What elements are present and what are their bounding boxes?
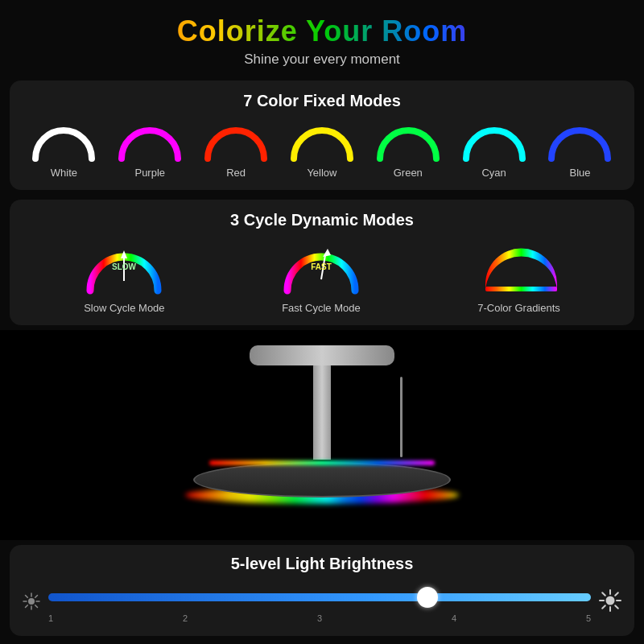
arc-yellow: [289, 122, 355, 162]
arc-green: [375, 122, 441, 162]
tick-labels: 1 2 3 4 5: [48, 613, 591, 623]
lamp-top-glow: [209, 460, 435, 465]
color-item-white[interactable]: White: [31, 122, 97, 179]
svg-text:SLOW: SLOW: [112, 262, 137, 271]
tick-5: 5: [586, 613, 591, 623]
page-wrapper: Colorize Your Room Shine your every mome…: [0, 0, 644, 644]
svg-line-12: [26, 595, 28, 597]
color-label-purple: Purple: [134, 167, 165, 179]
svg-line-13: [35, 605, 38, 607]
color-label-cyan: Cyan: [481, 167, 506, 179]
lamp-pole: [313, 363, 331, 460]
brightness-title: 5-level Light Brightness: [23, 555, 621, 573]
tick-4: 4: [452, 613, 456, 623]
tick-1: 1: [48, 613, 53, 623]
svg-rect-6: [485, 287, 557, 291]
lamp-section: [0, 330, 644, 540]
slider-wrapper: 1 2 3 4 5: [48, 583, 591, 623]
dynamic-label-slow: Slow Cycle Mode: [84, 302, 164, 314]
header: Colorize Your Room Shine your every mome…: [0, 0, 644, 76]
slider-thumb[interactable]: [417, 587, 438, 608]
arc-white: [31, 122, 97, 162]
dynamic-label-gradient: 7-Color Gradients: [477, 302, 560, 314]
color-item-blue[interactable]: Blue: [547, 122, 613, 179]
dynamic-modes-title: 3 Cycle Dynamic Modes: [18, 211, 626, 229]
svg-line-23: [602, 605, 605, 609]
brightness-section: 5-level Light Brightness: [10, 545, 634, 636]
svg-line-21: [602, 592, 605, 596]
svg-line-24: [615, 592, 618, 596]
slider-row: 1 2 3 4 5: [23, 583, 621, 623]
color-label-yellow: Yellow: [307, 167, 336, 179]
lamp-base-wrapper: [193, 459, 451, 504]
sun-icon-small: [23, 592, 40, 614]
svg-text:FAST: FAST: [311, 262, 332, 271]
arc-purple: [117, 122, 183, 162]
slider-track: [48, 593, 591, 601]
color-label-blue: Blue: [569, 167, 590, 179]
tick-2: 2: [183, 613, 188, 623]
color-label-white: White: [51, 167, 77, 179]
fast-cycle-visual: FAST: [281, 241, 361, 297]
svg-line-15: [35, 595, 38, 597]
page-subtitle: Shine your every moment: [8, 52, 636, 68]
dynamic-item-fast[interactable]: FAST Fast Cycle Mode: [281, 241, 361, 314]
color-label-green: Green: [394, 167, 423, 179]
color-modes-title: 7 Color Fixed Modes: [18, 92, 626, 110]
slider-container[interactable]: [48, 583, 591, 612]
dynamic-modes-card: 3 Cycle Dynamic Modes: [10, 200, 634, 325]
page-title: Colorize Your Room: [8, 14, 636, 48]
lamp-base: [193, 462, 451, 497]
lamp-cable: [400, 377, 402, 457]
slow-cycle-visual: SLOW: [84, 241, 164, 297]
svg-point-16: [606, 596, 615, 605]
dynamic-label-fast: Fast Cycle Mode: [282, 302, 361, 314]
color-modes-row: White Purple Red: [18, 122, 626, 179]
arc-blue: [547, 122, 613, 162]
svg-line-14: [26, 605, 28, 607]
dynamic-modes-row: SLOW Slow Cycle Mode: [18, 241, 626, 314]
dynamic-item-slow[interactable]: SLOW Slow Cycle Mode: [84, 241, 164, 314]
color-label-red: Red: [226, 167, 246, 179]
color-item-yellow[interactable]: Yellow: [289, 122, 355, 179]
color-item-cyan[interactable]: Cyan: [461, 122, 527, 179]
arc-red: [203, 122, 269, 162]
sun-icon-large: [599, 589, 621, 617]
arc-cyan: [461, 122, 527, 162]
color-item-purple[interactable]: Purple: [117, 122, 183, 179]
lamp-head: [250, 345, 394, 365]
svg-point-7: [28, 598, 35, 605]
color-item-green[interactable]: Green: [375, 122, 441, 179]
gradient-visual: [479, 241, 559, 297]
color-modes-card: 7 Color Fixed Modes White Purple: [10, 80, 634, 190]
color-item-red[interactable]: Red: [203, 122, 269, 179]
dynamic-item-gradient[interactable]: 7-Color Gradients: [477, 241, 560, 314]
svg-line-22: [615, 605, 618, 609]
tick-3: 3: [317, 613, 322, 623]
